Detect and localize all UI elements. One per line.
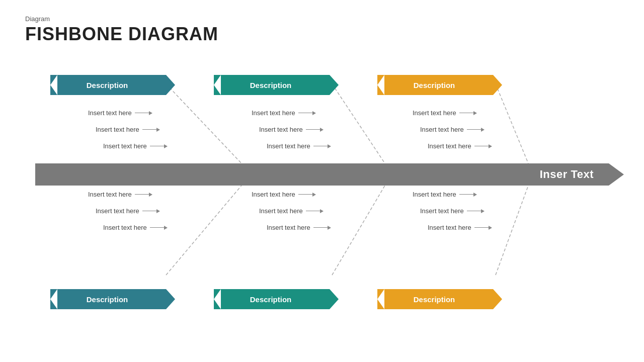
bot1-item1[interactable]: Insert text here [88, 191, 152, 198]
arrow-icon [298, 111, 316, 115]
arrow-icon [150, 144, 168, 148]
bot2-item2[interactable]: Insert text here [259, 207, 324, 215]
svg-line-0 [166, 84, 242, 163]
arrow-icon [298, 193, 316, 197]
top1-item1[interactable]: Insert text here [88, 109, 152, 117]
header-label: Diagram [25, 15, 619, 23]
arrow-icon [467, 209, 485, 213]
spine-label: Inser Text [540, 168, 594, 181]
spine: Inser Text [35, 163, 609, 186]
arrow-icon [306, 209, 324, 213]
svg-line-3 [166, 186, 242, 275]
top2-item1[interactable]: Insert text here [252, 109, 316, 117]
top3-item3[interactable]: Insert text here [428, 142, 492, 150]
bot2-item1[interactable]: Insert text here [252, 191, 316, 198]
top1-item3[interactable]: Insert text here [103, 142, 168, 150]
page-container: Diagram FISHBONE DIAGRAM Inser Text Desc… [0, 0, 644, 362]
diagram-area: Inser Text Description Insert text here … [25, 54, 619, 320]
arrow-icon [474, 226, 492, 230]
top3-item1[interactable]: Insert text here [413, 109, 477, 117]
svg-line-1 [332, 84, 385, 163]
arrow-icon [142, 209, 160, 213]
arrow-icon [150, 226, 168, 230]
svg-line-2 [496, 84, 528, 163]
bot3-item2[interactable]: Insert text here [420, 207, 485, 215]
svg-line-4 [332, 186, 385, 275]
top3-item2[interactable]: Insert text here [420, 126, 485, 133]
top1-item2[interactable]: Insert text here [96, 126, 160, 133]
arrow-icon [142, 128, 160, 132]
bot-desc-2[interactable]: Description [214, 289, 330, 309]
bot3-item1[interactable]: Insert text here [413, 191, 477, 198]
arrow-icon [135, 111, 152, 115]
header-title: FISHBONE DIAGRAM [25, 24, 619, 45]
bot3-item3[interactable]: Insert text here [428, 224, 492, 231]
bot1-item2[interactable]: Insert text here [96, 207, 160, 215]
svg-line-5 [496, 186, 528, 275]
top-desc-1[interactable]: Description [50, 75, 166, 95]
arrow-icon [474, 144, 492, 148]
arrow-icon [306, 128, 324, 132]
bot2-item3[interactable]: Insert text here [267, 224, 331, 231]
arrow-icon [459, 111, 477, 115]
arrow-icon [467, 128, 485, 132]
top2-item3[interactable]: Insert text here [267, 142, 331, 150]
bot1-item3[interactable]: Insert text here [103, 224, 168, 231]
arrow-icon [313, 144, 331, 148]
bot-desc-3[interactable]: Description [377, 289, 493, 309]
arrow-icon [459, 193, 477, 197]
arrow-icon [313, 226, 331, 230]
bot-desc-1[interactable]: Description [50, 289, 166, 309]
arrow-icon [135, 193, 152, 197]
top-desc-2[interactable]: Description [214, 75, 330, 95]
top2-item2[interactable]: Insert text here [259, 126, 324, 133]
top-desc-3[interactable]: Description [377, 75, 493, 95]
